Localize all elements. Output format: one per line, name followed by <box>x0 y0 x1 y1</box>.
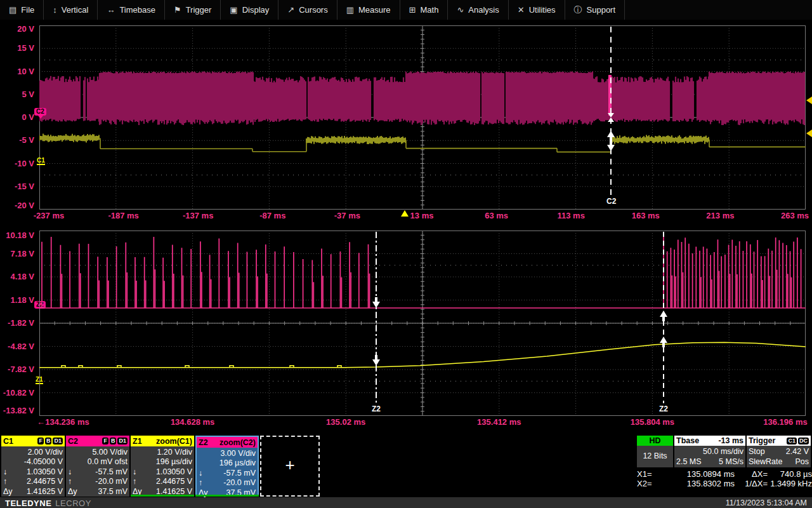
measure-icon: ▥ <box>346 6 354 14</box>
cursor-readout: X1= 135.0894 ms ΔX= 740.8 µs X2= 135.830… <box>637 469 812 488</box>
main-y-axis: 20 V15 V10 V5 V0 V-5 V-10 V-15 V-20 V <box>0 25 37 210</box>
c2-cursor-high: ↑-20.0 mV <box>67 477 128 486</box>
hd-title: HD <box>649 436 660 445</box>
z2-tdiv: 196 µs/div <box>198 458 256 468</box>
channel-descriptor-c1[interactable]: C1 F B D1 2.00 V/div -4.05000 V ↓1.03050… <box>1 436 65 497</box>
z2-header: Z2 zoom(C2) <box>197 437 258 448</box>
c1-badge-f: F <box>37 438 44 444</box>
menu-utilities[interactable]: ✕Utilities <box>509 0 565 20</box>
z1-header: Z1 zoom(C1) <box>131 436 194 446</box>
plus-icon: + <box>285 455 294 475</box>
down-arrow-icon: ↓ <box>3 467 7 476</box>
zoom-y-label: -13.82 V <box>0 406 34 416</box>
zoom-grid-plot <box>39 231 806 416</box>
c1-vdiv: 2.00 V/div <box>3 448 63 457</box>
c2-offset: 0.0 mV ofst <box>67 457 128 467</box>
zoom-descriptor-z1[interactable]: Z1 zoom(C1) 1.20 V/div 196 µs/div ↓1.030… <box>131 436 194 497</box>
main-x-label: 213 ms <box>691 211 749 220</box>
main-y-label: 0 V <box>0 112 34 123</box>
hd-box[interactable]: HD 12 Bits <box>637 436 673 467</box>
menu-file-label: File <box>21 5 34 15</box>
main-y-label: -20 V <box>0 201 34 211</box>
zoom-x-label: 134.236 ms <box>39 417 96 427</box>
down-arrow-icon: ↓ <box>68 467 72 476</box>
zoom-x-label: 135.804 ms <box>624 417 681 427</box>
z2-cursor-low: ↓-57.5 mV <box>198 469 256 478</box>
dx-label: ΔX= <box>735 469 770 479</box>
math-icon: ⊞ <box>409 6 416 14</box>
menu-trigger[interactable]: ⚑Trigger <box>165 0 221 20</box>
support-icon: ⓘ <box>574 6 582 14</box>
c1-delta-y: Δy1.41625 V <box>3 487 63 497</box>
delta-y-icon: Δy <box>3 487 13 496</box>
up-arrow-icon: ↑ <box>199 478 202 487</box>
x1-label: X1= <box>637 469 661 479</box>
vertical-icon: ↕ <box>53 6 57 14</box>
menu-display-label: Display <box>242 5 270 15</box>
timebase-title: Tbase <box>676 436 699 445</box>
zoom-y-label: 4.18 V <box>0 272 34 282</box>
menu-measure[interactable]: ▥Measure <box>337 0 400 20</box>
add-trace-box[interactable]: + <box>260 436 320 497</box>
trigger-level: 2.42 V <box>786 446 809 457</box>
zoom-y-label: -4.82 V <box>0 342 34 352</box>
zoom-x-label: 135.02 ms <box>317 417 374 427</box>
menu-math-label: Math <box>420 5 438 15</box>
channel-descriptor-c2[interactable]: C2 F B D1 5.00 V/div 0.0 mV ofst ↓-57.5 … <box>66 436 129 497</box>
x1-value: 135.0894 ms <box>661 469 735 479</box>
c2-vdiv: 5.00 V/div <box>67 448 128 457</box>
teledyne-lecroy-logo: TELEDYNELECROY <box>5 497 91 508</box>
menu-analysis[interactable]: ∿Analysis <box>448 0 508 20</box>
main-x-label: -37 ms <box>318 211 376 220</box>
zoom-y-label: 1.18 V <box>0 295 34 305</box>
main-y-label: 15 V <box>0 43 34 53</box>
main-x-label: 263 ms <box>766 211 812 220</box>
up-arrow-icon: ↑ <box>3 477 7 486</box>
main-y-label: 5 V <box>0 90 34 100</box>
trigger-icon: ⚑ <box>174 6 181 14</box>
down-arrow-icon: ↓ <box>133 467 136 476</box>
menu-file[interactable]: ▤File <box>0 0 44 20</box>
zoom-y-axis: 10.18 V7.18 V4.18 V1.18 V-1.82 V-4.82 V-… <box>0 231 37 416</box>
main-x-axis: -237 ms-187 ms-137 ms-87 ms-37 ms13 ms63… <box>39 211 806 221</box>
up-arrow-icon: ↑ <box>133 477 136 486</box>
zoom-y-label: 7.18 V <box>0 249 34 259</box>
utilities-icon: ✕ <box>518 6 525 14</box>
menu-timebase[interactable]: ↔Timebase <box>98 0 165 20</box>
menu-bar: ▤File ↕Vertical ↔Timebase ⚑Trigger ▣Disp… <box>0 0 812 20</box>
z1-source: zoom(C1) <box>156 437 192 446</box>
menu-utilities-label: Utilities <box>529 5 556 15</box>
menu-display[interactable]: ▣Display <box>221 0 278 20</box>
menu-cursors[interactable]: ↗Cursors <box>278 0 337 20</box>
timebase-rate: 5 MS/s <box>719 457 743 467</box>
z2-vdiv: 3.00 V/div <box>198 449 256 458</box>
trigger-box[interactable]: Trigger C1 DC Stop2.42 V SlewRatePos <box>747 436 811 467</box>
menu-vertical[interactable]: ↕Vertical <box>44 0 98 20</box>
zoom-x-label: 134.628 ms <box>164 417 221 427</box>
down-arrow-icon: ↓ <box>199 469 202 478</box>
c1-badge-d1: D1 <box>53 438 63 444</box>
z2-title: Z2 <box>199 438 208 447</box>
trigger-slope: Pos <box>795 457 809 467</box>
hd-bits: 12 Bits <box>637 446 673 466</box>
menu-timebase-label: Timebase <box>119 5 155 15</box>
zoom-x-label: 135.412 ms <box>471 417 528 427</box>
status-bar: TELEDYNELECROY 11/13/2023 5:13:04 AM <box>0 497 812 508</box>
zoom-descriptor-z2-selected[interactable]: Z2 zoom(C2) 3.00 V/div 196 µs/div ↓-57.5… <box>195 436 259 497</box>
menu-support[interactable]: ⓘSupport <box>565 0 625 20</box>
main-y-label: -15 V <box>0 182 34 192</box>
trigger-title: Trigger <box>749 436 775 445</box>
timebase-box[interactable]: Tbase -13 ms 50.0 ms/div 2.5 MS5 MS/s <box>674 436 745 467</box>
trigger-level-arrow-icon-1[interactable] <box>806 97 812 104</box>
menu-math[interactable]: ⊞Math <box>400 0 449 20</box>
zoom-y-label: -1.82 V <box>0 318 34 328</box>
z1-cursor-high: ↑2.44675 V <box>132 477 192 486</box>
timebase-scale: 50.0 ms/div <box>703 446 743 457</box>
menu-vertical-label: Vertical <box>62 5 89 15</box>
c2-header: C2 F B D1 <box>66 436 129 446</box>
trigger-level-arrow-icon-2[interactable] <box>806 130 812 137</box>
main-x-label: -187 ms <box>95 211 152 220</box>
menu-measure-label: Measure <box>358 5 391 15</box>
c1-header: C1 F B D1 <box>1 436 65 446</box>
timebase-header: Tbase -13 ms <box>674 436 745 446</box>
